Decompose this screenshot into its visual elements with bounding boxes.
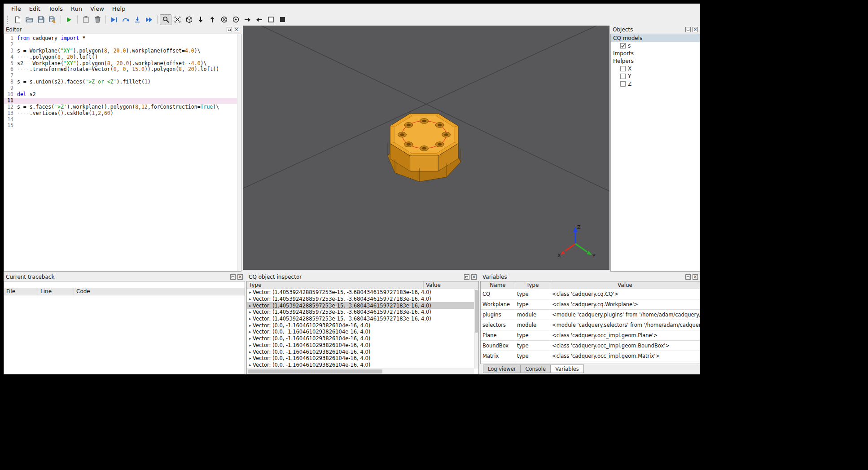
inspector-row[interactable]: ▸Vector: (0.0, -1.1604610293826104e-16, … <box>247 329 474 335</box>
close-icon[interactable]: × <box>234 27 239 32</box>
viewport-3d[interactable]: X Y Z <box>243 26 609 270</box>
tree-item-helpers[interactable]: Helpers <box>611 57 700 65</box>
checkbox-x[interactable] <box>620 66 626 71</box>
inspector-row[interactable]: ▸Vector: (0.0, -1.1604610293826104e-16, … <box>247 355 474 362</box>
bottom-view-button[interactable] <box>206 14 218 25</box>
checkbox-y[interactable] <box>620 74 626 79</box>
column-header-type[interactable]: Type <box>247 281 424 289</box>
menu-edit[interactable]: Edit <box>25 4 44 13</box>
code-line-11[interactable]: 11 <box>4 98 237 104</box>
code-area[interactable]: 1from cadquery import *23s = Workplane("… <box>4 34 237 271</box>
iso-view-button[interactable] <box>183 14 195 25</box>
variable-row-plugins[interactable]: pluginsmodule<module 'cadquery.plugins' … <box>481 310 700 320</box>
code-line-9[interactable]: 9 <box>4 85 237 92</box>
debug-button[interactable] <box>108 14 120 25</box>
wireframe-button[interactable] <box>265 14 276 25</box>
close-icon[interactable]: × <box>693 274 698 280</box>
expand-icon[interactable]: ▸ <box>247 310 253 314</box>
code-line-4[interactable]: 4····.polygon(8, 20).loft() <box>4 54 237 61</box>
variable-row-cq[interactable]: CQtype<class 'cadquery.cq.CQ'> <box>481 289 700 299</box>
code-line-14[interactable]: 14 <box>4 117 237 123</box>
paste-button[interactable] <box>80 14 92 25</box>
expand-icon[interactable]: ▸ <box>247 363 253 367</box>
column-header-value[interactable]: Value <box>424 281 478 289</box>
model[interactable] <box>388 114 461 182</box>
inspector-row[interactable]: ▸Vector: (0.0, -1.1604610293826104e-16, … <box>247 335 474 342</box>
open-script-button[interactable] <box>23 14 35 25</box>
menu-help[interactable]: Help <box>108 4 130 13</box>
new-script-button[interactable] <box>12 14 23 25</box>
inspector-row[interactable]: ▸Vector: (0.0, -1.1604610293826104e-16, … <box>247 322 474 329</box>
tree-item-z[interactable]: Z <box>611 80 700 88</box>
variable-row-boundbox[interactable]: BoundBoxtype<class 'cadquery.occ_impl.ge… <box>481 341 700 351</box>
tab-variables[interactable]: Variables <box>551 365 584 373</box>
tree-item-y[interactable]: Y <box>611 72 700 80</box>
column-header-code[interactable]: Code <box>74 288 245 295</box>
scrollbar-thumb[interactable] <box>248 369 382 373</box>
menu-view[interactable]: View <box>86 4 108 13</box>
scrollbar-thumb[interactable] <box>475 290 478 333</box>
float-icon[interactable] <box>230 274 236 280</box>
code-line-7[interactable]: 7 <box>4 73 237 79</box>
expand-icon[interactable]: ▸ <box>247 343 253 347</box>
column-header-value[interactable]: Value <box>550 281 700 289</box>
column-header-type[interactable]: Type <box>515 281 550 289</box>
variable-row-plane[interactable]: Planetype<class 'cadquery.occ_impl.geom.… <box>481 330 700 341</box>
code-line-3[interactable]: 3s = Workplane("XY").polygon(8, 20.0).wo… <box>4 48 237 54</box>
right-view-button[interactable] <box>253 14 265 25</box>
expand-icon[interactable]: ▸ <box>247 350 253 354</box>
menu-tools[interactable]: Tools <box>44 4 67 13</box>
fit-all-button[interactable] <box>171 14 183 25</box>
inspector-row[interactable]: ▸Vector: (0.0, -1.1604610293826104e-16, … <box>247 342 474 349</box>
fit-view-button[interactable] <box>160 14 171 25</box>
expand-icon[interactable]: ▸ <box>247 356 253 360</box>
code-line-12[interactable]: 12s = s.faces('>Z').workplane().polygon(… <box>4 104 237 110</box>
expand-icon[interactable]: ▸ <box>247 297 253 301</box>
tree-item-cq-models[interactable]: CQ models <box>611 34 700 42</box>
code-line-2[interactable]: 2 <box>4 42 237 48</box>
tab-console[interactable]: Console <box>521 365 551 373</box>
tree-item-s[interactable]: s <box>611 42 700 49</box>
inspector-row[interactable]: ▸Vector: (0.0, -1.1604610293826104e-16, … <box>247 348 474 355</box>
tree-item-imports[interactable]: Imports <box>611 49 700 57</box>
variable-row-matrix[interactable]: Matrixtype<class 'cadquery.occ_impl.geom… <box>481 351 700 361</box>
float-icon[interactable] <box>685 274 691 280</box>
column-header-name[interactable]: Name <box>481 281 515 289</box>
code-line-1[interactable]: 1from cadquery import * <box>4 35 237 42</box>
code-line-10[interactable]: 10del s2 <box>4 92 237 98</box>
step-in-button[interactable] <box>132 14 143 25</box>
close-icon[interactable]: × <box>237 274 243 280</box>
delete-button[interactable] <box>92 14 103 25</box>
expand-icon[interactable]: ▸ <box>247 329 253 334</box>
left-view-button[interactable] <box>241 14 253 25</box>
top-view-button[interactable] <box>195 14 206 25</box>
horizontal-scrollbar[interactable] <box>247 369 474 374</box>
expand-icon[interactable]: ▸ <box>247 336 253 341</box>
front-view-button[interactable] <box>218 14 230 25</box>
step-button[interactable] <box>120 14 132 25</box>
back-view-button[interactable] <box>230 14 241 25</box>
tree-item-x[interactable]: X <box>611 65 700 72</box>
inspector-row[interactable]: ▸Vector: (1.4053924288597253e-15, -3.680… <box>247 316 474 322</box>
expand-icon[interactable]: ▸ <box>247 316 253 321</box>
menu-run[interactable]: Run <box>67 4 86 13</box>
save-as-script-button[interactable] <box>47 14 58 25</box>
variable-row-selectors[interactable]: selectorsmodule<module 'cadquery.selecto… <box>481 320 700 330</box>
checkbox-z[interactable] <box>620 81 626 87</box>
inspector-row[interactable]: ▸Vector: (1.4053924288597253e-15, -3.680… <box>247 309 474 316</box>
render-button[interactable] <box>63 14 75 25</box>
column-header-file[interactable]: File <box>4 288 38 295</box>
vertical-scrollbar[interactable] <box>474 289 478 369</box>
tab-log-viewer[interactable]: Log viewer <box>483 365 521 373</box>
inspector-row[interactable]: ▸Vector: (1.4053924288597253e-15, -3.680… <box>247 289 474 296</box>
expand-icon[interactable]: ▸ <box>247 323 253 328</box>
inspector-row[interactable]: ▸Vector: (1.4053924288597253e-15, -3.680… <box>247 296 474 303</box>
float-icon[interactable] <box>227 27 232 32</box>
menu-file[interactable]: File <box>7 4 25 13</box>
inspector-row[interactable]: ▸Vector: (1.4053924288597253e-15, -3.680… <box>247 302 474 309</box>
continue-button[interactable] <box>143 14 155 25</box>
code-line-6[interactable]: 6····.transformed(rotate=Vector(0, 0, 15… <box>4 66 237 73</box>
close-icon[interactable]: × <box>471 274 477 280</box>
save-script-button[interactable] <box>35 14 47 25</box>
code-line-8[interactable]: 8s = s.union(s2).faces('>Z or <Z').fille… <box>4 79 237 85</box>
